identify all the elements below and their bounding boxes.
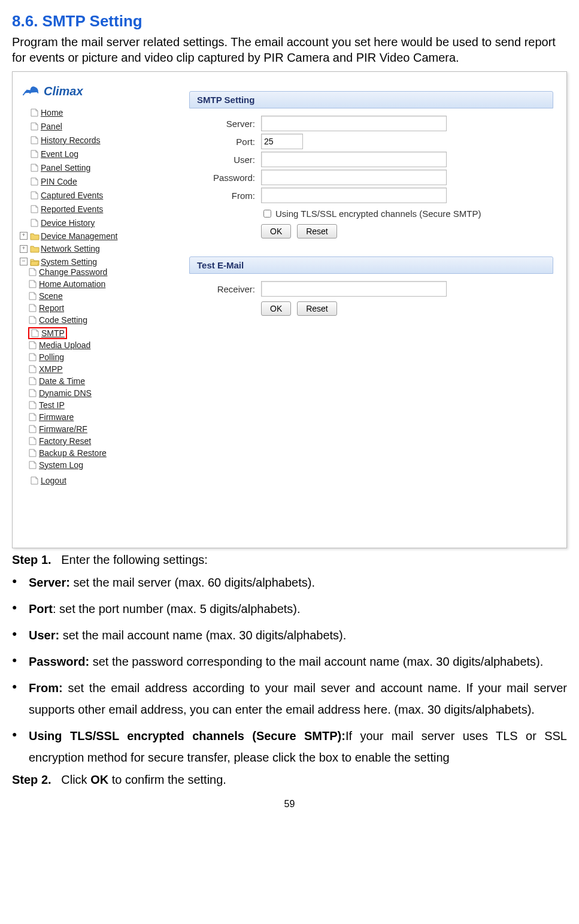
bullet-user: User: set the mail account name (max. 30… [29,624,567,646]
nav-tree: Home Panel History Records Event Log Pan… [16,104,151,486]
file-icon [30,164,40,172]
bullet-port: Port: set the port number (max. 5 digits… [29,598,567,620]
receiver-label: Receiver: [189,284,255,294]
file-icon [28,437,38,445]
sidebar-item-device-management[interactable]: Device Management [41,231,117,241]
sidebar-item-event-log[interactable]: Event Log [41,149,78,159]
file-icon [30,177,40,186]
smtp-panel-title: SMTP Setting [189,91,553,108]
collapse-icon[interactable]: – [20,258,28,265]
test-email-panel-title: Test E-Mail [189,256,553,274]
ok-button[interactable]: OK [261,224,291,238]
port-input[interactable] [261,134,303,149]
sidebar-item-code-setting[interactable]: Code Setting [39,315,87,325]
step2-pre: Click [61,773,90,786]
folder-icon [30,232,40,240]
port-label: Port: [189,137,255,147]
sidebar-item-scene[interactable]: Scene [39,291,63,301]
file-icon [28,425,38,433]
intro-paragraph: Program the mail server related settings… [12,34,567,65]
bullet-server: Server: set the mail server (max. 60 dig… [29,572,567,593]
bullet-tls: Using TLS/SSL encrypted channels (Secure… [29,725,567,768]
file-icon [30,122,40,131]
folder-open-icon [30,258,40,266]
sidebar-item-system-log[interactable]: System Log [39,460,83,470]
screenshot-panel: Climax Home Panel History Records Event … [12,71,567,548]
file-icon [28,365,38,373]
sidebar-item-firmware[interactable]: Firmware [39,412,74,422]
steps-section: Step 1. Enter the following settings: Se… [12,553,567,787]
sidebar-item-dynamic-dns[interactable]: Dynamic DNS [39,388,92,398]
step1-label: Step 1. [12,553,51,566]
server-label: Server: [189,119,255,129]
file-icon [30,191,40,200]
test-ok-button[interactable]: OK [261,301,291,316]
sidebar-item-device-history[interactable]: Device History [41,218,95,228]
reset-button[interactable]: Reset [297,224,337,238]
sidebar-item-panel-setting[interactable]: Panel Setting [41,163,90,173]
expand-icon[interactable]: + [20,232,28,240]
from-label: From: [189,191,255,201]
sidebar-item-system-setting[interactable]: System Setting [41,257,97,267]
receiver-input[interactable] [261,281,447,297]
file-icon [28,449,38,457]
sidebar-item-report[interactable]: Report [39,303,64,313]
bullet-password: Password: set the password corresponding… [29,651,567,672]
file-icon [31,329,40,337]
sidebar-item-polling[interactable]: Polling [39,352,64,362]
sidebar-item-factory-reset[interactable]: Factory Reset [39,436,91,446]
step1-text: Enter the following settings: [61,553,208,566]
file-icon [28,304,38,312]
sidebar-item-home[interactable]: Home [41,108,63,117]
password-input[interactable] [261,170,447,185]
file-icon [30,219,40,227]
sidebar-item-reported-events[interactable]: Reported Events [41,204,103,214]
tls-checkbox[interactable] [263,210,271,218]
file-icon [28,341,38,349]
file-icon [28,377,38,385]
tls-checkbox-label: Using TLS/SSL encrypted channels (Secure… [275,209,481,219]
step2-bold: OK [90,773,108,786]
test-email-panel: Test E-Mail Receiver: OK Reset [189,256,553,321]
sidebar-item-captured-events[interactable]: Captured Events [41,191,103,200]
file-icon [28,280,38,288]
sidebar-item-firmware-rf[interactable]: Firmware/RF [39,424,87,434]
sidebar-item-history-records[interactable]: History Records [41,135,101,145]
bullet-from: From: set the email address according to… [29,677,567,720]
sidebar-item-logout[interactable]: Logout [41,476,66,485]
content-area: SMTP Setting Server: Port: User: Passwor… [153,73,565,546]
expand-icon[interactable]: + [20,245,28,253]
test-reset-button[interactable]: Reset [297,301,337,316]
sidebar-item-home-automation[interactable]: Home Automation [39,279,105,289]
sidebar-item-pin-code[interactable]: PIN Code [41,177,77,186]
file-icon [30,150,40,158]
file-icon [28,316,38,324]
sidebar-item-media-upload[interactable]: Media Upload [39,340,90,350]
sidebar-item-backup-restore[interactable]: Backup & Restore [39,448,107,458]
file-icon [30,136,40,144]
from-input[interactable] [261,188,447,203]
file-icon [28,413,38,421]
file-icon [28,461,38,469]
file-icon [28,389,38,397]
sidebar-item-change-password[interactable]: Change Password [39,267,107,277]
sidebar-item-network-setting[interactable]: Network Setting [41,244,100,253]
sidebar-item-smtp-highlight: SMTP [28,327,67,339]
sidebar-item-xmpp[interactable]: XMPP [39,364,63,374]
logo-text: Climax [44,84,83,98]
folder-icon [30,244,40,253]
sidebar-item-test-ip[interactable]: Test IP [39,400,65,410]
sidebar-item-smtp[interactable]: SMTP [41,328,65,338]
user-input[interactable] [261,152,447,167]
sidebar-item-panel[interactable]: Panel [41,122,62,131]
server-input[interactable] [261,116,447,131]
page-number: 59 [12,799,567,810]
file-icon [28,292,38,300]
step2-post: to confirm the setting. [108,773,226,786]
file-icon [28,353,38,361]
sidebar-item-date-time[interactable]: Date & Time [39,376,85,386]
step2-label: Step 2. [12,773,51,786]
file-icon [30,205,40,213]
password-label: Password: [189,173,255,183]
file-icon [30,108,40,117]
